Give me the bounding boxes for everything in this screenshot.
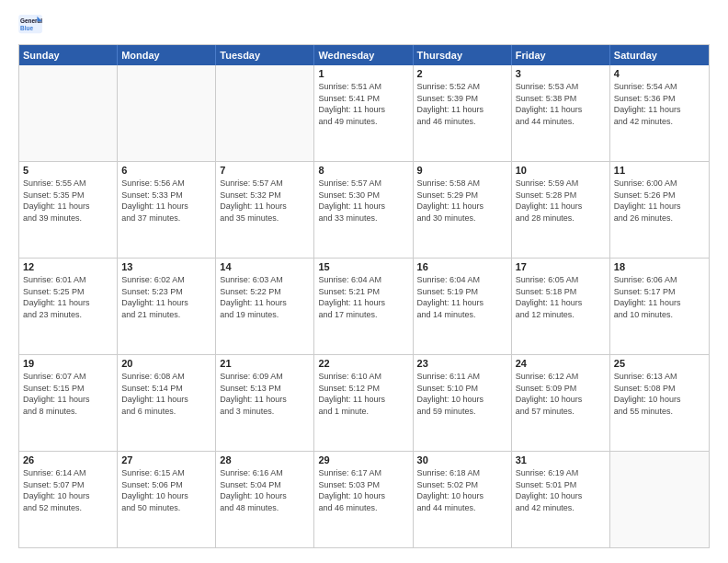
day-cell-18: 18Sunrise: 6:06 AM Sunset: 5:17 PM Dayli… <box>610 259 709 354</box>
day-cell-24: 24Sunrise: 6:12 AM Sunset: 5:09 PM Dayli… <box>512 355 610 451</box>
day-number: 18 <box>614 261 705 272</box>
day-info: Sunrise: 6:19 AM Sunset: 5:01 PM Dayligh… <box>516 467 606 513</box>
day-number: 5 <box>23 165 113 176</box>
day-cell-25: 25Sunrise: 6:13 AM Sunset: 5:08 PM Dayli… <box>610 355 709 451</box>
day-header-sunday: Sunday <box>19 45 118 65</box>
day-info: Sunrise: 6:12 AM Sunset: 5:09 PM Dayligh… <box>516 371 606 417</box>
day-cell-8: 8Sunrise: 5:57 AM Sunset: 5:30 PM Daylig… <box>314 162 413 258</box>
day-cell-20: 20Sunrise: 6:08 AM Sunset: 5:14 PM Dayli… <box>118 355 216 451</box>
day-number: 29 <box>318 454 408 465</box>
day-cell-27: 27Sunrise: 6:15 AM Sunset: 5:06 PM Dayli… <box>118 452 216 547</box>
day-number: 2 <box>417 68 507 79</box>
day-cell-11: 11Sunrise: 6:00 AM Sunset: 5:26 PM Dayli… <box>610 162 709 258</box>
day-info: Sunrise: 6:16 AM Sunset: 5:04 PM Dayligh… <box>220 467 310 513</box>
day-cell-12: 12Sunrise: 6:01 AM Sunset: 5:25 PM Dayli… <box>19 259 118 354</box>
day-cell-21: 21Sunrise: 6:09 AM Sunset: 5:13 PM Dayli… <box>216 355 314 451</box>
day-info: Sunrise: 6:08 AM Sunset: 5:14 PM Dayligh… <box>121 371 211 417</box>
day-cell-empty <box>19 65 118 161</box>
day-info: Sunrise: 6:02 AM Sunset: 5:23 PM Dayligh… <box>121 274 211 320</box>
day-info: Sunrise: 6:03 AM Sunset: 5:22 PM Dayligh… <box>220 274 310 320</box>
day-info: Sunrise: 6:07 AM Sunset: 5:15 PM Dayligh… <box>23 371 113 417</box>
day-cell-23: 23Sunrise: 6:11 AM Sunset: 5:10 PM Dayli… <box>414 355 512 451</box>
day-info: Sunrise: 6:18 AM Sunset: 5:02 PM Dayligh… <box>417 467 507 513</box>
day-number: 9 <box>417 165 507 176</box>
day-info: Sunrise: 6:01 AM Sunset: 5:25 PM Dayligh… <box>23 274 113 320</box>
day-info: Sunrise: 6:17 AM Sunset: 5:03 PM Dayligh… <box>318 467 408 513</box>
day-number: 17 <box>516 261 606 272</box>
day-number: 19 <box>23 358 113 369</box>
day-cell-empty <box>610 452 709 547</box>
week-row-1: 1Sunrise: 5:51 AM Sunset: 5:41 PM Daylig… <box>19 65 709 161</box>
day-info: Sunrise: 6:11 AM Sunset: 5:10 PM Dayligh… <box>417 371 507 417</box>
day-number: 23 <box>417 358 507 369</box>
calendar-grid: SundayMondayTuesdayWednesdayThursdayFrid… <box>18 44 710 548</box>
day-cell-14: 14Sunrise: 6:03 AM Sunset: 5:22 PM Dayli… <box>216 259 314 354</box>
day-cell-1: 1Sunrise: 5:51 AM Sunset: 5:41 PM Daylig… <box>314 65 413 161</box>
day-number: 24 <box>516 358 606 369</box>
week-row-4: 19Sunrise: 6:07 AM Sunset: 5:15 PM Dayli… <box>19 354 709 451</box>
day-number: 21 <box>220 358 310 369</box>
day-info: Sunrise: 5:57 AM Sunset: 5:32 PM Dayligh… <box>220 178 310 224</box>
day-header-wednesday: Wednesday <box>314 45 413 65</box>
day-cell-6: 6Sunrise: 5:56 AM Sunset: 5:33 PM Daylig… <box>118 162 216 258</box>
day-number: 15 <box>318 261 408 272</box>
day-cell-10: 10Sunrise: 5:59 AM Sunset: 5:28 PM Dayli… <box>512 162 610 258</box>
day-info: Sunrise: 6:06 AM Sunset: 5:17 PM Dayligh… <box>614 274 705 320</box>
svg-text:Blue: Blue <box>20 25 33 31</box>
day-cell-3: 3Sunrise: 5:53 AM Sunset: 5:38 PM Daylig… <box>512 65 610 161</box>
day-info: Sunrise: 5:54 AM Sunset: 5:36 PM Dayligh… <box>614 81 705 127</box>
day-info: Sunrise: 5:53 AM Sunset: 5:38 PM Dayligh… <box>516 81 606 127</box>
day-headers-row: SundayMondayTuesdayWednesdayThursdayFrid… <box>19 45 709 65</box>
day-number: 28 <box>220 454 310 465</box>
page-header: General Blue <box>18 15 710 35</box>
week-row-3: 12Sunrise: 6:01 AM Sunset: 5:25 PM Dayli… <box>19 258 709 354</box>
day-cell-26: 26Sunrise: 6:14 AM Sunset: 5:07 PM Dayli… <box>19 452 118 547</box>
day-info: Sunrise: 5:51 AM Sunset: 5:41 PM Dayligh… <box>318 81 408 127</box>
day-info: Sunrise: 5:59 AM Sunset: 5:28 PM Dayligh… <box>516 178 606 224</box>
day-cell-empty <box>216 65 314 161</box>
day-number: 6 <box>121 165 211 176</box>
day-info: Sunrise: 6:00 AM Sunset: 5:26 PM Dayligh… <box>614 178 705 224</box>
day-cell-16: 16Sunrise: 6:04 AM Sunset: 5:19 PM Dayli… <box>414 259 512 354</box>
day-info: Sunrise: 6:09 AM Sunset: 5:13 PM Dayligh… <box>220 371 310 417</box>
day-number: 7 <box>220 165 310 176</box>
day-number: 25 <box>614 358 705 369</box>
day-cell-28: 28Sunrise: 6:16 AM Sunset: 5:04 PM Dayli… <box>216 452 314 547</box>
day-number: 22 <box>318 358 408 369</box>
day-header-tuesday: Tuesday <box>216 45 314 65</box>
day-info: Sunrise: 6:13 AM Sunset: 5:08 PM Dayligh… <box>614 371 705 417</box>
day-cell-5: 5Sunrise: 5:55 AM Sunset: 5:35 PM Daylig… <box>19 162 118 258</box>
day-cell-2: 2Sunrise: 5:52 AM Sunset: 5:39 PM Daylig… <box>414 65 512 161</box>
day-number: 30 <box>417 454 507 465</box>
week-row-2: 5Sunrise: 5:55 AM Sunset: 5:35 PM Daylig… <box>19 161 709 258</box>
day-info: Sunrise: 6:04 AM Sunset: 5:19 PM Dayligh… <box>417 274 507 320</box>
day-info: Sunrise: 5:58 AM Sunset: 5:29 PM Dayligh… <box>417 178 507 224</box>
day-number: 12 <box>23 261 113 272</box>
day-info: Sunrise: 6:10 AM Sunset: 5:12 PM Dayligh… <box>318 371 408 417</box>
day-cell-17: 17Sunrise: 6:05 AM Sunset: 5:18 PM Dayli… <box>512 259 610 354</box>
day-cell-empty <box>118 65 216 161</box>
day-info: Sunrise: 5:57 AM Sunset: 5:30 PM Dayligh… <box>318 178 408 224</box>
day-info: Sunrise: 6:04 AM Sunset: 5:21 PM Dayligh… <box>318 274 408 320</box>
day-header-saturday: Saturday <box>610 45 709 65</box>
day-number: 13 <box>121 261 211 272</box>
day-header-monday: Monday <box>118 45 216 65</box>
day-number: 4 <box>614 68 705 79</box>
day-cell-4: 4Sunrise: 5:54 AM Sunset: 5:36 PM Daylig… <box>610 65 709 161</box>
day-cell-29: 29Sunrise: 6:17 AM Sunset: 5:03 PM Dayli… <box>314 452 413 547</box>
day-number: 27 <box>121 454 211 465</box>
day-number: 3 <box>516 68 606 79</box>
logo-icon: General Blue <box>18 15 44 35</box>
calendar-page: General Blue SundayMondayTuesdayWednesda… <box>0 0 728 563</box>
day-info: Sunrise: 6:05 AM Sunset: 5:18 PM Dayligh… <box>516 274 606 320</box>
weeks-container: 1Sunrise: 5:51 AM Sunset: 5:41 PM Daylig… <box>19 65 709 547</box>
day-number: 1 <box>318 68 408 79</box>
day-cell-9: 9Sunrise: 5:58 AM Sunset: 5:29 PM Daylig… <box>414 162 512 258</box>
day-cell-30: 30Sunrise: 6:18 AM Sunset: 5:02 PM Dayli… <box>414 452 512 547</box>
day-cell-13: 13Sunrise: 6:02 AM Sunset: 5:23 PM Dayli… <box>118 259 216 354</box>
day-info: Sunrise: 5:52 AM Sunset: 5:39 PM Dayligh… <box>417 81 507 127</box>
day-number: 11 <box>614 165 705 176</box>
day-info: Sunrise: 5:55 AM Sunset: 5:35 PM Dayligh… <box>23 178 113 224</box>
day-cell-22: 22Sunrise: 6:10 AM Sunset: 5:12 PM Dayli… <box>314 355 413 451</box>
day-number: 16 <box>417 261 507 272</box>
